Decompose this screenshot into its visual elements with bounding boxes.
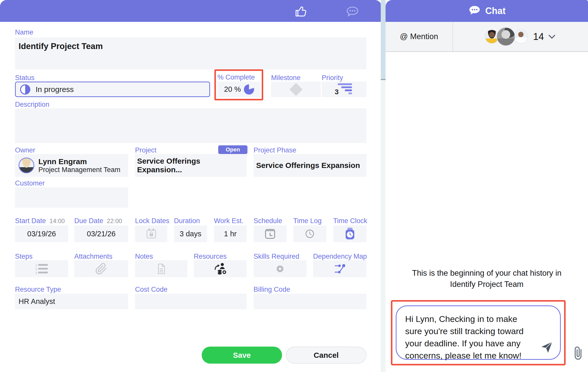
message-input[interactable]: Hi Lynn, Checking in to make sure you're… xyxy=(396,305,561,360)
message-draft-text: Hi Lynn, Checking in to make sure you're… xyxy=(405,314,524,360)
time-log-field[interactable] xyxy=(293,225,326,242)
due-date-field[interactable]: 03/21/26 xyxy=(74,225,128,242)
chevron-down-icon xyxy=(548,34,556,40)
participants-button[interactable]: 14 xyxy=(453,22,588,51)
project-phase-value: Service Offerings Expansion xyxy=(256,161,360,170)
status-half-circle-icon xyxy=(19,84,31,95)
duration-field[interactable]: 3 days xyxy=(174,225,207,242)
participants-count: 14 xyxy=(533,31,544,42)
pie-chart-icon xyxy=(244,84,254,95)
task-detail-panel: Name Identify Project Team Status In pro… xyxy=(0,0,381,372)
project-field[interactable]: Service Offerings Expansion... xyxy=(135,154,247,177)
clock-icon xyxy=(304,228,315,239)
customer-label: Customer xyxy=(15,179,45,187)
time-log-label: Time Log xyxy=(293,217,322,225)
due-date-label: Due Date22:00 xyxy=(74,217,122,225)
owner-label: Owner xyxy=(15,146,35,154)
cancel-button[interactable]: Cancel xyxy=(286,347,366,364)
time-clock-field[interactable] xyxy=(333,225,366,242)
priority-field[interactable]: 3 xyxy=(322,82,366,97)
name-label: Name xyxy=(15,28,33,36)
numbered-list-icon: 1 2 3 xyxy=(34,263,50,275)
project-phase-field[interactable]: Service Offerings Expansion xyxy=(254,154,366,177)
work-est-value: 1 hr xyxy=(224,230,237,238)
gear-icon xyxy=(274,263,286,275)
milestone-label: Milestone xyxy=(271,74,301,82)
due-date-time: 22:00 xyxy=(107,218,122,224)
cost-code-label: Cost Code xyxy=(135,286,168,293)
attach-file-icon[interactable] xyxy=(572,345,584,362)
attachments-field[interactable] xyxy=(74,260,128,277)
schedule-label: Schedule xyxy=(254,217,282,225)
thumbs-up-icon[interactable] xyxy=(295,6,308,17)
duration-label: Duration xyxy=(174,217,200,225)
billing-code-field[interactable] xyxy=(254,294,366,309)
punch-clock-icon xyxy=(343,227,357,240)
start-date-label: Start Date14:00 xyxy=(15,217,65,225)
milestone-diamond-icon xyxy=(289,83,302,96)
start-date-value: 03/19/26 xyxy=(27,230,56,238)
priority-label: Priority xyxy=(322,74,343,82)
document-icon xyxy=(155,263,167,275)
owner-team: Project Management Team xyxy=(38,166,120,174)
chat-panel-header: Chat xyxy=(386,0,588,22)
steps-label: Steps xyxy=(15,253,33,260)
percent-complete-field[interactable]: 20 % xyxy=(217,82,261,97)
project-label: Project xyxy=(135,146,156,154)
start-date-field[interactable]: 03/19/26 xyxy=(15,225,68,242)
name-field[interactable]: Identify Project Team xyxy=(15,37,366,69)
project-value: Service Offerings Expansion... xyxy=(137,157,247,174)
status-value: In progress xyxy=(36,85,74,94)
svg-text:2: 2 xyxy=(35,267,37,271)
mention-button[interactable]: @ Mention xyxy=(386,22,453,51)
resource-type-value: HR Analyst xyxy=(19,297,55,306)
status-field[interactable]: In progress xyxy=(15,82,210,97)
notes-label: Notes xyxy=(135,253,153,260)
chat-toolbar: @ Mention 14 xyxy=(386,22,588,52)
percent-complete-label: % Complete xyxy=(217,73,255,81)
participant-avatar-2 xyxy=(496,27,515,46)
resource-type-field[interactable]: HR Analyst xyxy=(15,294,128,309)
participant-avatar-3 xyxy=(514,29,528,44)
resource-type-label: Resource Type xyxy=(15,286,61,293)
chat-history-intro-line2: Identify Project Team xyxy=(386,279,588,290)
work-est-label: Work Est. xyxy=(214,217,244,225)
skills-required-field[interactable] xyxy=(254,260,306,277)
dependency-map-icon-field[interactable] xyxy=(313,260,366,277)
duration-value: 3 days xyxy=(180,230,201,238)
work-est-field[interactable]: 1 hr xyxy=(214,225,247,242)
description-label: Description xyxy=(15,101,49,108)
description-field[interactable] xyxy=(15,108,366,143)
steps-field[interactable]: 1 2 3 xyxy=(15,260,68,277)
message-input-highlight: Hi Lynn, Checking in to make sure you're… xyxy=(391,300,566,365)
schedule-field[interactable] xyxy=(254,225,287,242)
milestone-field[interactable] xyxy=(271,82,321,97)
chat-bubble-icon xyxy=(468,5,481,17)
owner-name: Lynn Engram xyxy=(38,157,120,166)
owner-field[interactable]: Lynn Engram Project Management Team xyxy=(15,154,128,177)
priority-bars-icon: 3 xyxy=(336,83,352,96)
due-date-value: 03/21/26 xyxy=(87,230,116,238)
svg-text:3: 3 xyxy=(35,271,37,275)
scrollbar-thumb[interactable] xyxy=(381,0,386,80)
notes-field[interactable] xyxy=(135,260,187,277)
chat-history-intro-line1: This is the beginning of your chat histo… xyxy=(386,268,588,279)
project-phase-label: Project Phase xyxy=(254,146,296,154)
send-icon[interactable] xyxy=(540,341,553,354)
resources-label: Resources xyxy=(194,253,227,260)
chat-title: Chat xyxy=(485,6,506,16)
lock-dates-field[interactable] xyxy=(135,225,167,242)
task-panel-header xyxy=(0,0,381,22)
comment-icon[interactable] xyxy=(345,6,359,17)
schedule-calendar-icon xyxy=(264,227,276,240)
customer-field[interactable] xyxy=(15,187,128,208)
owner-avatar xyxy=(19,158,34,173)
name-value: Identify Project Team xyxy=(19,41,103,51)
dependency-map-label: Dependency Map xyxy=(313,253,367,260)
panel-scrollbar[interactable] xyxy=(381,0,386,372)
save-button[interactable]: Save xyxy=(202,347,282,364)
cost-code-field[interactable] xyxy=(135,294,247,309)
project-status-badge: Open xyxy=(218,145,247,154)
priority-value: 3 xyxy=(335,88,339,96)
resources-field[interactable] xyxy=(194,260,247,277)
